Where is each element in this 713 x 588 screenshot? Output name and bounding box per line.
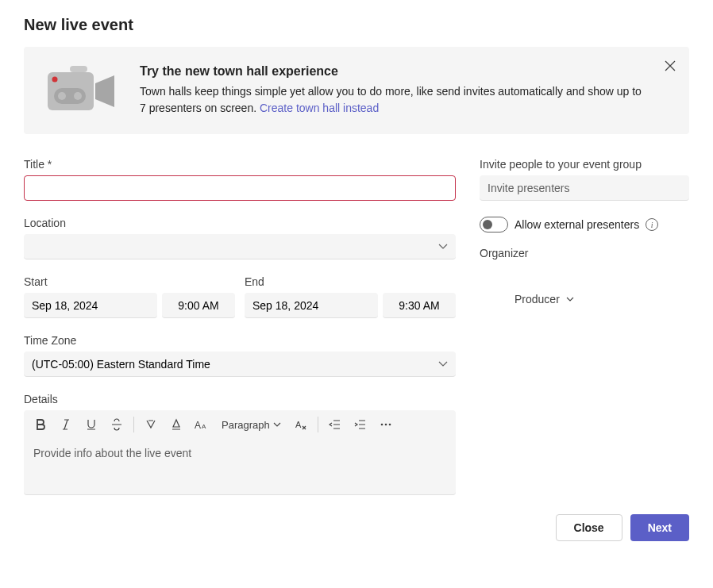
svg-point-11: [388, 424, 391, 426]
separator: [318, 417, 318, 432]
create-town-hall-link[interactable]: Create town hall instead: [260, 102, 379, 114]
decrease-indent-button[interactable]: [323, 413, 347, 436]
paragraph-style-select[interactable]: Paragraph: [215, 419, 287, 431]
separator: [133, 417, 134, 432]
svg-text:A: A: [195, 420, 201, 431]
timezone-label: Time Zone: [24, 334, 456, 347]
info-icon[interactable]: i: [646, 218, 658, 231]
start-date-input[interactable]: [24, 293, 157, 318]
underline-button[interactable]: [79, 413, 103, 436]
banner-description: Town halls keep things simple yet allow …: [140, 83, 645, 117]
increase-indent-button[interactable]: [349, 413, 372, 436]
details-textarea[interactable]: Provide info about the live event: [24, 439, 456, 494]
banner-title: Try the new town hall experience: [140, 64, 645, 79]
end-label: End: [245, 275, 456, 288]
organizer-label: Organizer: [480, 247, 689, 259]
details-editor: AA Paragraph A Provide info about the li…: [24, 410, 456, 495]
title-label: Title *: [24, 158, 456, 171]
svg-text:A: A: [295, 420, 302, 429]
italic-button[interactable]: [54, 413, 78, 436]
details-label: Details: [24, 393, 456, 405]
allow-external-label: Allow external presenters: [515, 218, 639, 231]
invite-presenters-input[interactable]: [480, 175, 689, 201]
timezone-select[interactable]: [24, 352, 456, 377]
town-hall-banner: Try the new town hall experience Town ha…: [24, 47, 689, 134]
highlight-button[interactable]: [139, 413, 163, 436]
organizer-role-select[interactable]: Producer: [480, 293, 574, 306]
svg-point-10: [384, 424, 387, 426]
font-color-button[interactable]: [164, 413, 188, 436]
svg-point-2: [52, 77, 58, 83]
footer: Close Next: [24, 514, 689, 541]
clear-formatting-button[interactable]: A: [289, 413, 313, 436]
location-label: Location: [24, 217, 456, 229]
close-icon[interactable]: [661, 56, 680, 75]
invite-label: Invite people to your event group: [480, 158, 689, 171]
close-button[interactable]: Close: [556, 514, 622, 541]
title-input[interactable]: [24, 175, 456, 201]
next-button[interactable]: Next: [630, 514, 689, 541]
camera-icon: [44, 64, 118, 117]
bold-button[interactable]: [29, 413, 52, 436]
start-time-input[interactable]: [162, 293, 235, 318]
end-time-input[interactable]: [383, 293, 456, 318]
more-options-button[interactable]: [374, 413, 398, 436]
location-input[interactable]: [24, 234, 456, 259]
allow-external-toggle[interactable]: [480, 217, 508, 233]
strikethrough-button[interactable]: [105, 413, 129, 436]
page-title: New live event: [24, 16, 689, 34]
start-label: Start: [24, 275, 235, 288]
svg-point-9: [380, 424, 383, 426]
svg-text:A: A: [202, 423, 206, 430]
svg-rect-0: [70, 66, 87, 72]
svg-point-4: [58, 92, 66, 100]
svg-point-5: [74, 92, 82, 100]
end-date-input[interactable]: [245, 293, 378, 318]
editor-toolbar: AA Paragraph A: [24, 410, 456, 439]
font-size-button[interactable]: AA: [190, 413, 214, 436]
